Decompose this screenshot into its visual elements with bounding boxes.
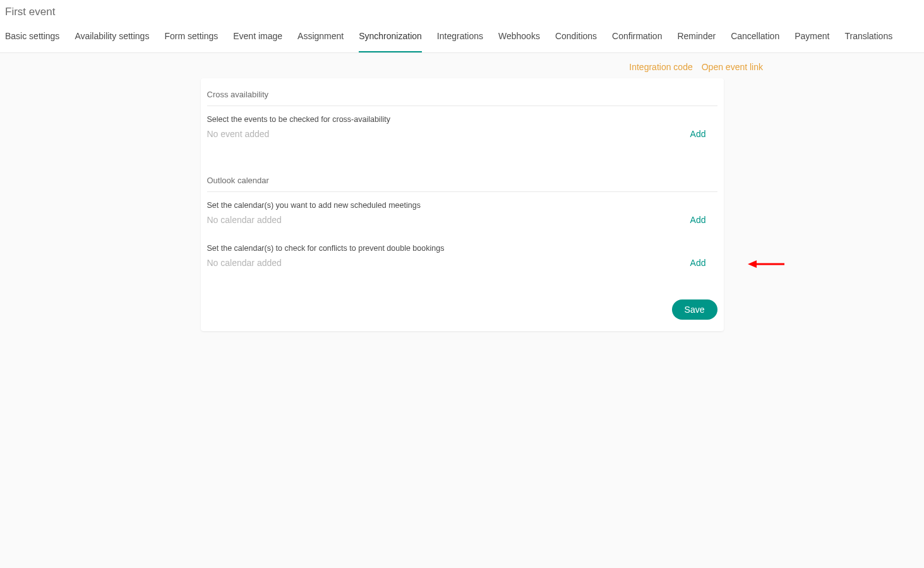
outlook-add-placeholder: No calendar added	[207, 215, 282, 225]
cross-availability-instruction: Select the events to be checked for cros…	[207, 115, 717, 124]
tab-availability-settings[interactable]: Availability settings	[75, 21, 149, 52]
outlook-add-button[interactable]: Add	[690, 215, 717, 225]
outlook-conflict-instruction: Set the calendar(s) to check for conflic…	[207, 244, 717, 253]
integration-code-link[interactable]: Integration code	[629, 62, 692, 72]
outlook-conflict-placeholder: No calendar added	[207, 258, 282, 268]
tab-form-settings[interactable]: Form settings	[164, 21, 218, 52]
cross-availability-placeholder: No event added	[207, 129, 270, 139]
open-event-link[interactable]: Open event link	[702, 62, 763, 72]
tabs: Basic settingsAvailability settingsForm …	[0, 21, 924, 52]
svg-marker-1	[748, 260, 757, 268]
page-title: First event	[0, 0, 924, 21]
tab-payment[interactable]: Payment	[795, 21, 829, 52]
outlook-title: Outlook calendar	[207, 171, 717, 192]
arrow-annotation-icon	[748, 258, 786, 270]
tab-assignment[interactable]: Assignment	[297, 21, 344, 52]
outlook-conflict-add-button[interactable]: Add	[690, 258, 717, 268]
tab-conditions[interactable]: Conditions	[555, 21, 597, 52]
tab-translations[interactable]: Translations	[844, 21, 892, 52]
save-button[interactable]: Save	[672, 299, 717, 320]
settings-card: Cross availability Select the events to …	[201, 78, 724, 331]
cross-availability-title: Cross availability	[207, 85, 717, 106]
tab-synchronization[interactable]: Synchronization	[359, 21, 422, 52]
cross-availability-add-button[interactable]: Add	[690, 129, 717, 139]
outlook-add-instruction: Set the calendar(s) you want to add new …	[207, 201, 717, 210]
tab-integrations[interactable]: Integrations	[437, 21, 483, 52]
tab-reminder[interactable]: Reminder	[677, 21, 716, 52]
header-links: Integration code Open event link	[0, 53, 924, 72]
outlook-section: Outlook calendar Set the calendar(s) you…	[207, 171, 717, 268]
tab-basic-settings[interactable]: Basic settings	[5, 21, 59, 52]
tab-cancellation[interactable]: Cancellation	[731, 21, 779, 52]
tab-event-image[interactable]: Event image	[233, 21, 282, 52]
tab-webhooks[interactable]: Webhooks	[498, 21, 540, 52]
tab-confirmation[interactable]: Confirmation	[612, 21, 662, 52]
cross-availability-section: Cross availability Select the events to …	[207, 85, 717, 139]
